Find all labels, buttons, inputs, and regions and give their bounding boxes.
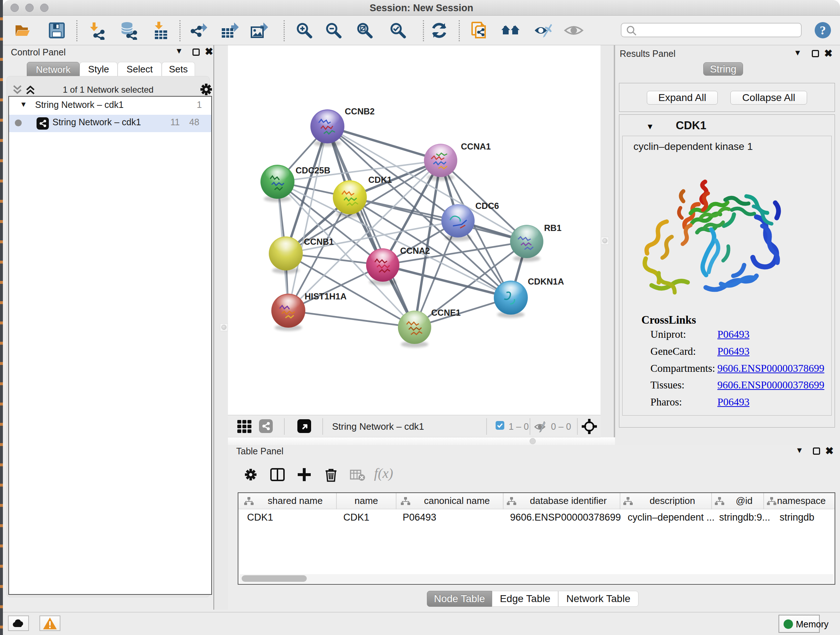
svg-text:CDK1: CDK1 — [368, 175, 392, 185]
svg-text:CCNB1: CCNB1 — [304, 237, 334, 247]
svg-text:CDKN1A: CDKN1A — [528, 277, 564, 287]
svg-text:CCNB2: CCNB2 — [345, 106, 375, 116]
svg-text:CDC6: CDC6 — [475, 201, 499, 211]
svg-text:CCNA1: CCNA1 — [461, 141, 491, 151]
svg-text:CDC25B: CDC25B — [295, 165, 330, 175]
svg-text:RB1: RB1 — [544, 223, 561, 233]
svg-text:HIST1H1A: HIST1H1A — [305, 291, 347, 301]
svg-text:CCNA2: CCNA2 — [400, 246, 430, 256]
svg-text:CCNE1: CCNE1 — [431, 308, 461, 318]
